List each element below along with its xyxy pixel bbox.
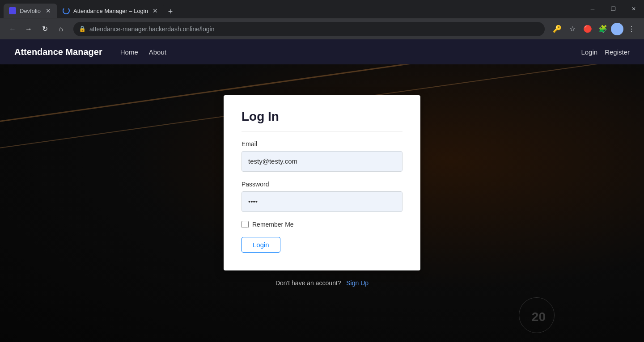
close-window-button[interactable]: ✕	[623, 0, 644, 18]
remember-checkbox[interactable]	[242, 221, 249, 228]
email-group: Email	[242, 140, 402, 172]
tab-attendance-label: Attendance Manager – Login	[73, 8, 148, 14]
toolbar-actions: 🔑 ☆ 🔴 🧩 ⋮	[550, 22, 639, 36]
window-controls: ─ ❐ ✕	[582, 0, 644, 18]
devfolio-favicon	[9, 7, 16, 14]
password-label: Password	[242, 181, 402, 188]
email-label: Email	[242, 140, 402, 148]
signup-link[interactable]: Sign Up	[346, 279, 369, 287]
login-card: Log In Email Password Remember Me Login	[224, 95, 420, 270]
tab-attendance[interactable]: Attendance Manager – Login ✕	[57, 4, 164, 18]
browser-chrome: Devfolio ✕ Attendance Manager – Login ✕ …	[0, 0, 644, 39]
address-host: attendance-manager.hackerdash.online	[89, 25, 199, 33]
tab-devfolio[interactable]: Devfolio ✕	[4, 4, 57, 18]
login-button[interactable]: Login	[242, 237, 280, 253]
profile-avatar[interactable]	[611, 23, 623, 35]
remember-row: Remember Me	[242, 221, 402, 228]
maximize-button[interactable]: ❐	[603, 0, 623, 18]
forward-button[interactable]: →	[21, 22, 36, 36]
login-title: Log In	[242, 110, 402, 131]
toolbar: ← → ↻ ⌂ 🔒 attendance-manager.hackerdash.…	[0, 18, 644, 39]
reload-button[interactable]: ↻	[38, 22, 52, 36]
new-tab-button[interactable]: +	[164, 5, 177, 18]
home-button[interactable]: ⌂	[54, 22, 68, 36]
extensions-icon[interactable]: 🧩	[596, 22, 610, 36]
minimize-button[interactable]: ─	[582, 0, 603, 18]
password-input[interactable]	[242, 191, 402, 212]
tab-attendance-close[interactable]: ✕	[152, 7, 159, 14]
chrome-menu-icon[interactable]: ⋮	[624, 22, 639, 36]
login-card-wrapper: Log In Email Password Remember Me Login …	[0, 39, 644, 342]
address-path: /login	[199, 25, 214, 33]
tab-bar: Devfolio ✕ Attendance Manager – Login ✕ …	[0, 0, 644, 18]
tab-devfolio-close[interactable]: ✕	[45, 7, 52, 14]
bookmark-icon[interactable]: ☆	[565, 22, 580, 36]
signup-prompt-text: Don't have an account?	[275, 279, 341, 287]
tab-devfolio-label: Devfolio	[20, 8, 41, 14]
extension-red-icon[interactable]: 🔴	[580, 22, 595, 36]
attendance-favicon	[63, 7, 70, 14]
back-button[interactable]: ←	[5, 22, 20, 36]
address-bar[interactable]: 🔒 attendance-manager.hackerdash.online/l…	[73, 22, 545, 36]
email-input[interactable]	[242, 151, 402, 172]
remember-label: Remember Me	[252, 221, 294, 228]
password-group: Password	[242, 181, 402, 212]
signup-prompt-row: Don't have an account? Sign Up	[275, 279, 369, 287]
address-text: attendance-manager.hackerdash.online/log…	[89, 25, 214, 33]
lock-icon: 🔒	[79, 25, 86, 32]
key-icon[interactable]: 🔑	[550, 22, 564, 36]
